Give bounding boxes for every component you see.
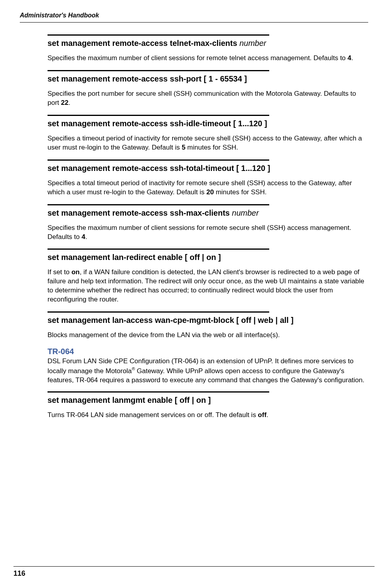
page-content: set management remote-access telnet-max-… — [20, 34, 368, 420]
command-block: set management remote-access telnet-max-… — [48, 34, 368, 63]
command-title-bold: set management lanmgmt enable [ off | on… — [48, 396, 211, 404]
command-title-param: number — [240, 39, 266, 47]
command-description: Specifies a total timeout period of inac… — [48, 179, 368, 197]
command-block: set management remote-access ssh-port [ … — [48, 70, 368, 108]
command-title: set management remote-access ssh-idle-ti… — [48, 118, 368, 129]
command-title: set management lan-redirect enable [ off… — [48, 252, 368, 262]
command-rule — [48, 159, 269, 161]
command-description: Specifies the port number for secure she… — [48, 89, 368, 108]
section-heading-tr064: TR-064 — [48, 347, 368, 356]
command-rule — [48, 248, 269, 250]
command-title-bold: set management remote-access ssh-idle-ti… — [48, 119, 267, 128]
section-description: DSL Forum LAN Side CPE Configuration (TR… — [48, 357, 368, 385]
command-title: set management remote-access telnet-max-… — [48, 38, 368, 48]
command-rule — [48, 70, 269, 71]
command-block: set management lan-access wan-cpe-mgmt-b… — [48, 311, 368, 340]
command-title-bold: set management remote-access telnet-max-… — [48, 39, 240, 47]
command-title-bold: set management lan-access wan-cpe-mgmt-b… — [48, 316, 293, 324]
command-description: Turns TR-064 LAN side management service… — [48, 411, 368, 420]
command-title: set management lan-access wan-cpe-mgmt-b… — [48, 315, 368, 325]
book-title: Administrator's Handbook — [20, 12, 368, 19]
command-block: set management remote-access ssh-idle-ti… — [48, 115, 368, 152]
command-rule — [48, 34, 269, 36]
command-block: set management lanmgmt enable [ off | on… — [48, 391, 368, 420]
command-rule — [48, 391, 269, 393]
command-title-bold: set management remote-access ssh-port [ … — [48, 74, 247, 83]
command-title: set management remote-access ssh-port [ … — [48, 74, 368, 84]
command-title: set management remote-access ssh-total-t… — [48, 163, 368, 173]
footer-rule — [13, 566, 375, 567]
command-title-param: number — [232, 209, 259, 217]
command-title-bold: set management remote-access ssh-max-cli… — [48, 209, 232, 217]
command-description: Specifies the maximum number of client s… — [48, 54, 368, 63]
command-title: set management remote-access ssh-max-cli… — [48, 208, 368, 218]
command-description: Specifies a timeout period of inactivity… — [48, 134, 368, 152]
command-description: If set to on, if a WAN failure condition… — [48, 268, 368, 304]
page-number: 116 — [13, 569, 25, 578]
command-title-bold: set management lan-redirect enable [ off… — [48, 253, 221, 262]
command-block: set management remote-access ssh-total-t… — [48, 159, 368, 197]
header-rule — [20, 22, 368, 23]
command-title-bold: set management remote-access ssh-total-t… — [48, 164, 270, 173]
command-rule — [48, 311, 269, 313]
command-description: Specifies the maximum number of client s… — [48, 224, 368, 242]
command-block: set management remote-access ssh-max-cli… — [48, 204, 368, 242]
command-block: set management lan-redirect enable [ off… — [48, 248, 368, 304]
command-description: Blocks management of the device from the… — [48, 331, 368, 340]
command-rule — [48, 204, 269, 205]
command-title: set management lanmgmt enable [ off | on… — [48, 395, 368, 405]
command-rule — [48, 115, 269, 116]
